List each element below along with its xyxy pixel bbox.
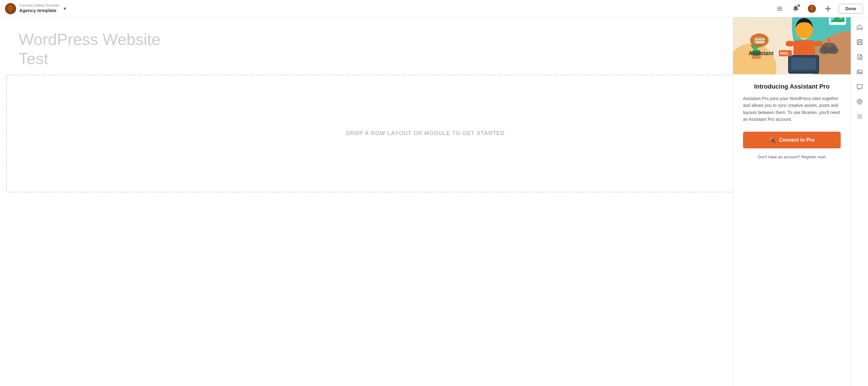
svg-point-57: [858, 116, 858, 117]
svg-point-52: [859, 101, 861, 103]
svg-text:Assistant: Assistant: [749, 50, 774, 57]
main-layout: WordPress Website Test DROP A ROW LAYOUT…: [0, 17, 868, 386]
template-info: Currently Editing Template Agency templa…: [19, 3, 59, 14]
plug-icon: 🔌: [769, 137, 776, 143]
svg-point-10: [812, 7, 813, 8]
template-dropdown-button[interactable]: ▾: [62, 4, 67, 13]
svg-rect-22: [814, 41, 823, 46]
svg-point-60: [858, 118, 858, 119]
comment-icon-button[interactable]: [854, 80, 866, 93]
panel-content: Introducing Assistant Pro Assistant Pro …: [733, 74, 850, 386]
svg-point-61: [859, 118, 860, 119]
page-title-line2: Test: [19, 49, 48, 68]
drop-zone-text: DROP A ROW LAYOUT OR MODULE TO GET START…: [346, 130, 505, 137]
add-button[interactable]: [823, 3, 834, 14]
right-sidebar: [850, 17, 868, 386]
svg-point-64: [859, 115, 860, 115]
svg-rect-45: [858, 40, 861, 41]
svg-point-63: [858, 115, 858, 115]
page-title: WordPress Website Test: [19, 30, 832, 68]
svg-point-2: [9, 7, 10, 8]
svg-rect-40: [755, 41, 765, 43]
grid-icon-button[interactable]: [854, 110, 866, 123]
svg-point-32: [819, 47, 829, 54]
assistant-icon-button[interactable]: [806, 3, 817, 14]
notification-button[interactable]: [790, 3, 801, 14]
svg-rect-49: [857, 70, 862, 74]
svg-point-59: [861, 116, 862, 117]
register-link[interactable]: Don't have an account? Register now!: [743, 154, 841, 159]
connect-button-label: Connect to Pro: [779, 137, 815, 143]
logo-icon: [5, 3, 16, 14]
eye-icon-button[interactable]: [854, 96, 866, 108]
svg-point-26: [802, 62, 805, 65]
save-icon-button[interactable]: [854, 36, 866, 48]
page-title-line1: WordPress Website: [19, 30, 161, 48]
panel-title: Introducing Assistant Pro: [743, 83, 841, 90]
list-icon-button[interactable]: [774, 3, 785, 14]
svg-point-62: [861, 118, 862, 119]
home-icon-button[interactable]: [854, 21, 866, 33]
register-text: Don't have an account? Register now!: [758, 154, 826, 159]
top-bar: Currently Editing Template Agency templa…: [0, 0, 868, 17]
svg-text:PRO: PRO: [780, 51, 788, 56]
svg-rect-6: [777, 10, 782, 10]
svg-rect-37: [755, 38, 758, 40]
connect-to-pro-button[interactable]: 🔌 Connect to Pro: [743, 132, 841, 148]
svg-rect-46: [858, 42, 861, 45]
document-icon-button[interactable]: [854, 51, 866, 63]
svg-rect-39: [762, 38, 765, 40]
canvas-area: WordPress Website Test DROP A ROW LAYOUT…: [0, 17, 850, 386]
svg-point-33: [829, 47, 839, 54]
drop-zone[interactable]: DROP A ROW LAYOUT OR MODULE TO GET START…: [6, 75, 844, 192]
panel-description: Assistant Pro joins your WordPress sites…: [743, 95, 841, 123]
svg-point-3: [11, 7, 12, 8]
page-title-area: WordPress Website Test: [0, 17, 850, 75]
svg-point-65: [861, 115, 862, 115]
svg-point-58: [859, 116, 860, 117]
svg-rect-21: [786, 41, 795, 46]
svg-point-9: [811, 7, 811, 8]
assistant-pro-panel: ✕: [733, 0, 850, 386]
template-name: Agency template: [19, 7, 59, 14]
svg-point-8: [810, 6, 814, 10]
done-button[interactable]: Done: [839, 4, 863, 14]
image-icon-button[interactable]: [854, 66, 866, 78]
svg-rect-38: [759, 38, 761, 40]
top-bar-right: Done: [774, 3, 863, 14]
canvas-inner: WordPress Website Test DROP A ROW LAYOUT…: [0, 17, 850, 386]
svg-rect-5: [777, 8, 782, 9]
template-label: Currently Editing Template: [19, 3, 59, 7]
notification-dot: [798, 4, 800, 7]
svg-rect-4: [777, 7, 782, 7]
top-bar-left: Currently Editing Template Agency templa…: [5, 3, 774, 14]
